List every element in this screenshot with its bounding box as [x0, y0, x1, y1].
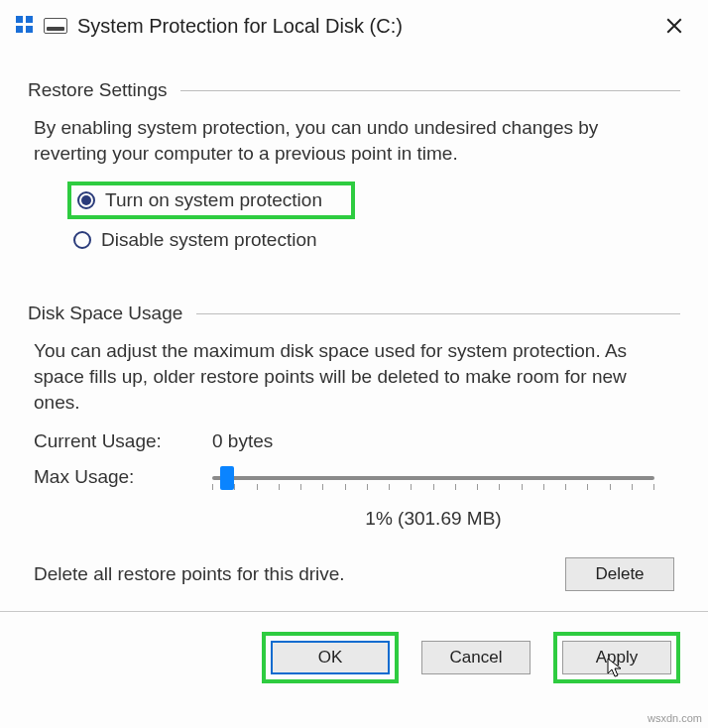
ok-button[interactable]: OK — [271, 641, 390, 674]
current-usage-label: Current Usage: — [34, 430, 212, 452]
watermark: wsxdn.com — [648, 712, 702, 724]
delete-restore-points-text: Delete all restore points for this drive… — [34, 563, 565, 585]
dialog-footer: OK Cancel Apply — [0, 612, 708, 703]
close-button[interactable] — [654, 10, 694, 42]
radio-icon — [77, 191, 95, 209]
slider-thumb[interactable] — [220, 466, 234, 490]
radio-icon — [73, 231, 91, 249]
radio-turn-on-protection[interactable]: Turn on system protection — [67, 182, 355, 219]
restore-description: By enabling system protection, you can u… — [34, 115, 674, 166]
radio-turn-on-label: Turn on system protection — [105, 189, 322, 211]
titlebar: System Protection for Local Disk (C:) — [0, 0, 708, 50]
disk-icon — [44, 18, 67, 34]
restore-settings-heading: Restore Settings — [28, 79, 680, 101]
cancel-button[interactable]: Cancel — [421, 641, 531, 674]
current-usage-value: 0 bytes — [212, 430, 273, 452]
max-usage-slider[interactable] — [212, 476, 654, 480]
radio-disable-label: Disable system protection — [101, 229, 317, 251]
disk-heading-label: Disk Space Usage — [28, 303, 196, 324]
apply-button[interactable]: Apply — [562, 641, 671, 674]
close-icon — [665, 17, 683, 35]
disk-description: You can adjust the maximum disk space us… — [34, 338, 674, 415]
max-usage-label: Max Usage: — [34, 464, 212, 488]
system-icon — [14, 16, 34, 36]
window-title: System Protection for Local Disk (C:) — [77, 15, 654, 38]
delete-button[interactable]: Delete — [565, 557, 674, 591]
slider-value-label: 1% (301.69 MB) — [212, 508, 654, 530]
restore-heading-label: Restore Settings — [28, 79, 180, 101]
current-usage-row: Current Usage: 0 bytes — [34, 430, 674, 452]
disk-space-heading: Disk Space Usage — [28, 303, 680, 324]
slider-ticks — [212, 484, 654, 490]
radio-disable-protection[interactable]: Disable system protection — [67, 225, 680, 255]
